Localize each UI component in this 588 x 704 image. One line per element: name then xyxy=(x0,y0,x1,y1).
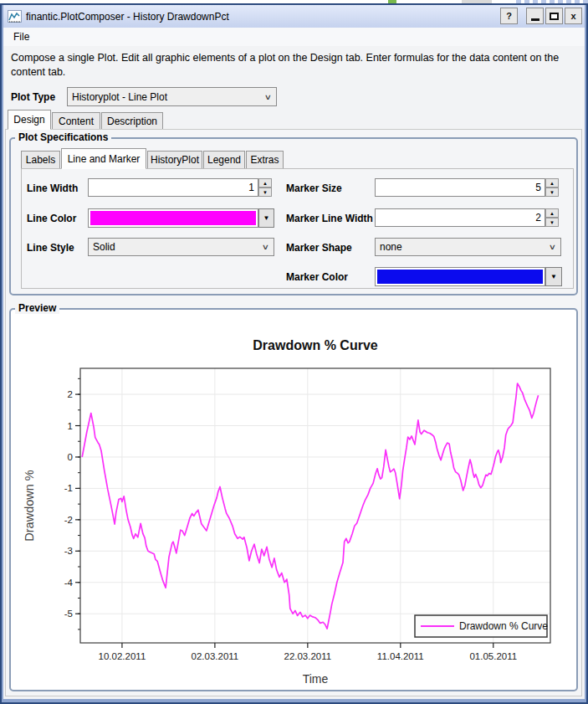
maximize-button[interactable] xyxy=(545,8,563,24)
marker-line-width-input[interactable] xyxy=(375,208,545,227)
tab-extras-label: Extras xyxy=(250,154,279,166)
app-icon-line xyxy=(9,13,19,20)
preview-chart: 210-1-2-3-4-510.02.201102.03.201122.03.2… xyxy=(18,316,573,685)
tab-labels[interactable]: Labels xyxy=(21,151,60,169)
plot-specifications-caption: Plot Specifications xyxy=(15,131,111,143)
spinner-down-icon: ▼ xyxy=(550,220,555,225)
marker-size-label: Marker Size xyxy=(286,182,342,194)
y-tick-label: 0 xyxy=(68,452,73,462)
marker-shape-label: Marker Shape xyxy=(286,242,352,254)
spinner-down-icon: ▼ xyxy=(263,190,268,195)
plot-type-label: Plot Type xyxy=(11,91,55,103)
spinner-up-button[interactable]: ▲ xyxy=(258,178,272,188)
preview-caption: Preview xyxy=(15,302,59,314)
dropdown-arrow-icon: ▼ xyxy=(263,214,270,222)
marker-color-label: Marker Color xyxy=(286,271,348,283)
chevron-down-icon: ∨ xyxy=(264,93,272,101)
tab-legend-label: Legend xyxy=(207,154,241,166)
minimize-button[interactable] xyxy=(526,8,544,24)
tab-labels-label: Labels xyxy=(26,154,55,166)
marker-color-combobox[interactable] xyxy=(375,267,545,286)
line-width-label: Line Width xyxy=(27,182,78,194)
x-tick-label: 02.03.2011 xyxy=(192,651,239,661)
dialog-description: Compose a single Plot. Edit all graphic … xyxy=(11,51,576,79)
marker-size-spinner: ▲ ▼ xyxy=(545,178,559,197)
marker-shape-combobox[interactable]: none ∨ xyxy=(375,238,561,256)
help-icon: ? xyxy=(506,11,512,21)
y-tick-label: -2 xyxy=(64,515,73,525)
spinner-down-button[interactable]: ▼ xyxy=(258,188,272,197)
marker-line-width-label: Marker Line Width xyxy=(286,213,373,224)
tab-description[interactable]: Description xyxy=(101,112,163,130)
line-color-label: Line Color xyxy=(27,213,76,224)
spinner-up-icon: ▲ xyxy=(263,181,268,186)
tab-extras[interactable]: Extras xyxy=(246,151,284,169)
spinner-down-icon: ▼ xyxy=(550,190,555,195)
tab-line-and-marker-label: Line and Marker xyxy=(68,153,141,165)
marker-size-input[interactable] xyxy=(375,178,545,197)
spinner-down-button[interactable]: ▼ xyxy=(545,218,559,227)
help-button[interactable]: ? xyxy=(500,8,518,24)
menu-item-file[interactable]: File xyxy=(10,30,33,44)
x-tick-label: 10.02.2011 xyxy=(99,651,146,661)
spinner-down-button[interactable]: ▼ xyxy=(545,188,559,197)
dropdown-arrow-icon: ▼ xyxy=(550,273,557,280)
legend-label: Drawdown % Curve xyxy=(459,620,548,632)
marker-line-width-spinner: ▲ ▼ xyxy=(545,208,559,227)
line-style-combobox[interactable]: Solid ∨ xyxy=(88,238,274,256)
line-color-dropdown-button[interactable]: ▼ xyxy=(258,208,274,228)
x-tick-label: 11.04.2011 xyxy=(377,651,424,661)
y-tick-label: 2 xyxy=(68,389,73,399)
y-tick-label: -5 xyxy=(64,609,73,619)
x-tick-label: 22.03.2011 xyxy=(284,651,331,661)
chevron-down-icon: ∨ xyxy=(262,243,269,251)
tab-line-and-marker[interactable]: Line and Marker xyxy=(61,148,146,169)
spinner-up-icon: ▲ xyxy=(550,181,555,186)
tab-design[interactable]: Design xyxy=(8,110,51,130)
tab-design-label: Design xyxy=(13,114,44,126)
line-width-input[interactable] xyxy=(88,178,258,197)
tab-content[interactable]: Content xyxy=(52,112,100,130)
spinner-up-button[interactable]: ▲ xyxy=(545,178,559,188)
y-axis-title: Drawdown % xyxy=(23,470,36,542)
marker-shape-value: none xyxy=(380,241,550,253)
y-tick-label: -4 xyxy=(64,578,74,588)
line-color-combobox[interactable] xyxy=(88,208,258,228)
tab-description-label: Description xyxy=(107,116,157,127)
x-tick-label: 01.05.2011 xyxy=(469,651,517,661)
tab-content-label: Content xyxy=(59,116,94,127)
close-button[interactable]: x xyxy=(565,8,582,24)
maximize-icon xyxy=(550,13,559,20)
line-color-swatch xyxy=(90,211,256,225)
line-width-spinner: ▲ ▼ xyxy=(258,178,272,197)
y-tick-label: 1 xyxy=(68,421,73,431)
window-title: finantic.PlotComposer - History Drawdown… xyxy=(26,11,229,23)
line-style-value: Solid xyxy=(93,241,263,253)
marker-color-swatch xyxy=(377,270,543,284)
y-tick-label: -3 xyxy=(64,546,73,556)
line-style-label: Line Style xyxy=(27,242,74,254)
dialog-client-area: File Compose a single Plot. Edit all gra… xyxy=(3,28,585,699)
x-axis-title: Time xyxy=(303,672,329,685)
menu-bar: File xyxy=(3,28,585,46)
y-tick-label: -1 xyxy=(64,483,73,493)
chart-title: Drawdown % Curve xyxy=(253,338,377,352)
plot-type-value: Historyplot - Line Plot xyxy=(72,91,265,103)
plot-type-combobox[interactable]: Historyplot - Line Plot ∨ xyxy=(67,87,277,106)
marker-color-dropdown-button[interactable]: ▼ xyxy=(545,267,562,286)
chevron-down-icon: ∨ xyxy=(549,243,556,251)
minimize-icon xyxy=(531,18,539,21)
app-icon xyxy=(8,10,22,23)
spinner-up-button[interactable]: ▲ xyxy=(545,208,559,218)
tab-historyplot[interactable]: HistoryPlot xyxy=(147,151,202,169)
titlebar[interactable]: finantic.PlotComposer - History Drawdown… xyxy=(3,5,585,28)
close-icon: x xyxy=(570,11,575,21)
plot-composer-window: finantic.PlotComposer - History Drawdown… xyxy=(0,3,588,704)
tab-legend[interactable]: Legend xyxy=(203,151,245,169)
spinner-up-icon: ▲ xyxy=(550,211,555,216)
tab-historyplot-label: HistoryPlot xyxy=(151,154,199,166)
chart-svg: 210-1-2-3-4-510.02.201102.03.201122.03.2… xyxy=(18,316,573,685)
